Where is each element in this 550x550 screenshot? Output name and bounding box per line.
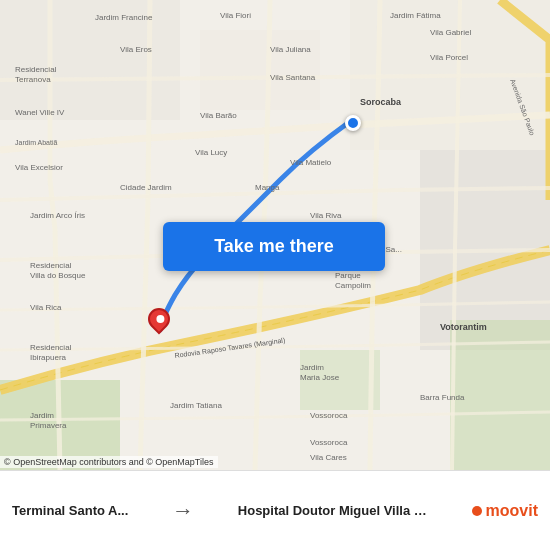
svg-text:Villa do Bosque: Villa do Bosque — [30, 271, 86, 280]
to-location-name: Hospital Doutor Miguel Villa N... — [238, 503, 428, 518]
svg-text:Vila Porcel: Vila Porcel — [430, 53, 468, 62]
svg-text:Vila Matielo: Vila Matielo — [290, 158, 332, 167]
svg-text:Jardim Arco Íris: Jardim Arco Íris — [30, 211, 85, 220]
svg-rect-2 — [200, 30, 320, 110]
svg-text:Vila Barão: Vila Barão — [200, 111, 237, 120]
svg-text:Vila Lucy: Vila Lucy — [195, 148, 227, 157]
svg-text:Vila Eros: Vila Eros — [120, 45, 152, 54]
svg-text:Terranova: Terranova — [15, 75, 51, 84]
svg-text:Vossoroca: Vossoroca — [310, 438, 348, 447]
svg-text:Maria Jose: Maria Jose — [300, 373, 340, 382]
destination-marker — [148, 308, 170, 330]
svg-rect-1 — [0, 0, 180, 120]
from-location-name: Terminal Santo A... — [12, 503, 128, 518]
moovit-logo: moovit — [472, 502, 538, 520]
svg-text:Residencial: Residencial — [15, 65, 57, 74]
svg-text:Vila Santana: Vila Santana — [270, 73, 316, 82]
svg-text:Vila Excelsior: Vila Excelsior — [15, 163, 63, 172]
svg-text:Votorantim: Votorantim — [440, 322, 487, 332]
origin-marker — [345, 115, 361, 131]
svg-text:Wanel Ville IV: Wanel Ville IV — [15, 108, 65, 117]
svg-text:Vila Juliana: Vila Juliana — [270, 45, 311, 54]
moovit-logo-text: moovit — [486, 502, 538, 520]
svg-text:Jardim Fátima: Jardim Fátima — [390, 11, 441, 20]
bottom-bar: Terminal Santo A... → Hospital Doutor Mi… — [0, 470, 550, 550]
svg-text:Residencial: Residencial — [30, 343, 72, 352]
map-attribution: © OpenStreetMap contributors and © OpenM… — [0, 456, 218, 468]
svg-text:Ibirapuera: Ibirapuera — [30, 353, 67, 362]
svg-text:Jardim: Jardim — [300, 363, 324, 372]
svg-text:Vila Cares: Vila Cares — [310, 453, 347, 462]
svg-text:Parque: Parque — [335, 271, 361, 280]
svg-text:Residencial: Residencial — [30, 261, 72, 270]
svg-text:Cidade Jardim: Cidade Jardim — [120, 183, 172, 192]
moovit-logo-dot — [472, 506, 482, 516]
svg-text:Vila Rica: Vila Rica — [30, 303, 62, 312]
from-location: Terminal Santo A... — [12, 503, 128, 518]
svg-text:Sorocaba: Sorocaba — [360, 97, 402, 107]
svg-text:Vila Gabriel: Vila Gabriel — [430, 28, 471, 37]
svg-text:Manga: Manga — [255, 183, 280, 192]
svg-text:Primavera: Primavera — [30, 421, 67, 430]
svg-text:Vila Fiori: Vila Fiori — [220, 11, 251, 20]
svg-text:Barra Funda: Barra Funda — [420, 393, 465, 402]
svg-text:Vossoroca: Vossoroca — [310, 411, 348, 420]
take-me-there-button[interactable]: Take me there — [163, 222, 385, 271]
svg-text:Jardim Francine: Jardim Francine — [95, 13, 153, 22]
to-location: Hospital Doutor Miguel Villa N... — [238, 503, 428, 518]
svg-text:Jardim: Jardim — [30, 411, 54, 420]
svg-text:Jardim Tatiana: Jardim Tatiana — [170, 401, 222, 410]
svg-text:Campolim: Campolim — [335, 281, 371, 290]
svg-text:Vila Riva: Vila Riva — [310, 211, 342, 220]
map-container: Jardim Francine Vila Fiori Jardim Fátima… — [0, 0, 550, 470]
svg-text:Jardim Abatiã: Jardim Abatiã — [15, 139, 58, 146]
arrow-icon: → — [172, 498, 194, 524]
